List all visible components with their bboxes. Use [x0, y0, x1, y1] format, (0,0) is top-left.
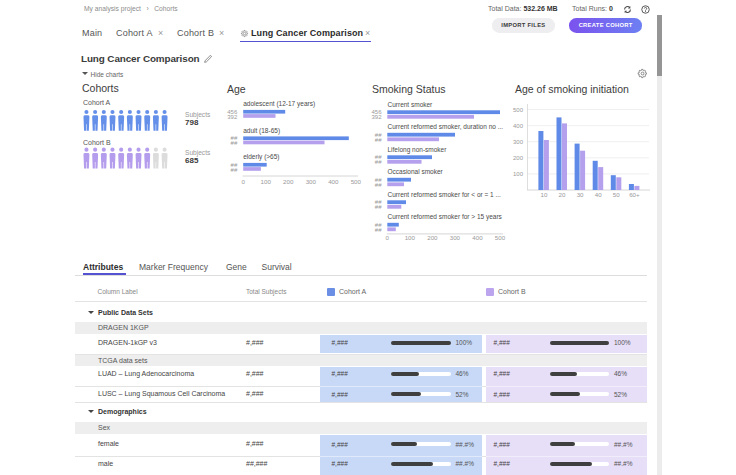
svg-text:Age of smoking initiation: Age of smoking initiation	[515, 83, 629, 95]
svg-text:685: 685	[185, 156, 199, 165]
svg-text:100: 100	[513, 171, 524, 177]
svg-text:Lifelong non-smoker: Lifelong non-smoker	[388, 146, 448, 154]
svg-text:elderly (>65): elderly (>65)	[243, 153, 279, 161]
svg-text:300: 300	[450, 234, 461, 241]
svg-text:Current reformed smoker for >: Current reformed smoker for > 15 years	[388, 213, 503, 221]
svg-text:30: 30	[577, 191, 584, 198]
svg-text:400: 400	[472, 234, 483, 241]
svg-text:Current reformed smoker for <: Current reformed smoker for < or = 1 ...	[388, 191, 502, 198]
svg-text:Smoking Status: Smoking Status	[372, 83, 446, 95]
svg-text:Cohorts: Cohorts	[82, 82, 119, 94]
svg-text:500: 500	[513, 107, 524, 113]
svg-text:400: 400	[328, 178, 339, 185]
svg-text:50: 50	[613, 191, 620, 198]
svg-text:500: 500	[351, 178, 362, 185]
svg-text:392: 392	[371, 114, 382, 120]
svg-text:Current reformed smoker, durat: Current reformed smoker, duration no ...	[388, 123, 504, 130]
svg-text:0: 0	[386, 234, 390, 241]
svg-text:##: ##	[375, 159, 382, 165]
svg-text:100: 100	[405, 234, 416, 241]
svg-text:20: 20	[559, 191, 566, 198]
svg-text:300: 300	[513, 139, 524, 145]
svg-text:Current smoker: Current smoker	[388, 101, 434, 108]
svg-text:##: ##	[231, 140, 238, 146]
svg-text:100: 100	[261, 178, 272, 185]
svg-text:10: 10	[540, 191, 547, 198]
svg-text:##: ##	[375, 137, 382, 143]
svg-text:392: 392	[227, 114, 238, 120]
svg-text:0: 0	[241, 178, 245, 185]
svg-text:60+: 60+	[629, 191, 640, 198]
svg-text:300: 300	[306, 178, 317, 185]
svg-text:40: 40	[595, 191, 602, 198]
svg-text:##: ##	[375, 204, 382, 210]
svg-text:Age: Age	[227, 83, 246, 95]
svg-text:Occasional smoker: Occasional smoker	[388, 168, 444, 175]
svg-text:200: 200	[427, 234, 438, 241]
svg-text:Cohort B: Cohort B	[83, 139, 111, 146]
svg-text:adult (18-65): adult (18-65)	[243, 127, 280, 135]
svg-text:Cohort A: Cohort A	[83, 99, 111, 106]
svg-text:adolescent (12-17 years): adolescent (12-17 years)	[243, 100, 315, 108]
svg-text:##: ##	[375, 182, 382, 188]
svg-text:400: 400	[513, 123, 524, 129]
svg-text:##: ##	[231, 167, 238, 173]
svg-text:798: 798	[185, 118, 199, 127]
svg-text:##: ##	[375, 227, 382, 233]
svg-text:200: 200	[513, 155, 524, 161]
svg-text:200: 200	[283, 178, 294, 185]
svg-text:500: 500	[495, 234, 506, 241]
